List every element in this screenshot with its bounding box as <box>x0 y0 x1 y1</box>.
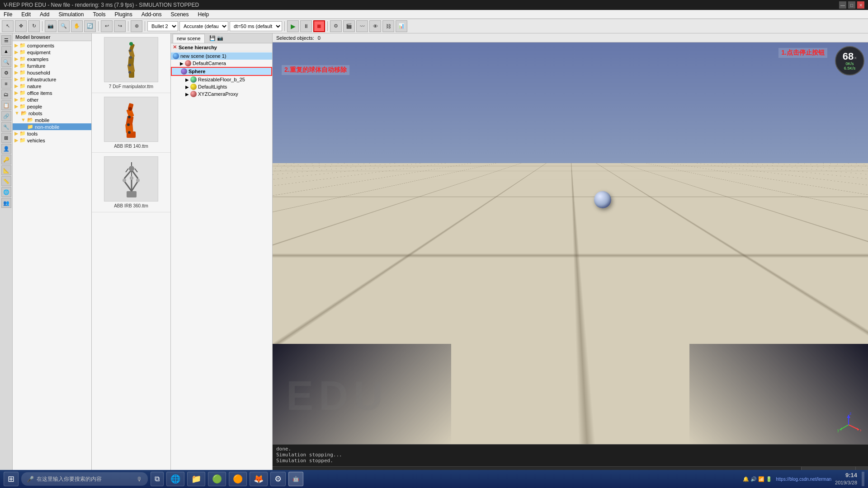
taskbar-clock: 9:14 2019/3/28 <box>835 472 857 486</box>
tray-icons: 🔔 🔊 📶 🔋 <box>743 476 772 482</box>
left-icon-7[interactable]: 📋 <box>1 100 11 110</box>
undo-button[interactable]: ↩ <box>101 20 113 32</box>
rotate-tool[interactable]: ↻ <box>28 20 40 32</box>
scene-item-default-camera[interactable]: ▶ DefaultCamera <box>171 60 272 67</box>
timestep-select[interactable]: dt=50 ms (default dt=10 ms dt=5 ms <box>230 21 282 31</box>
tree-item-nature[interactable]: ▶ 📁 nature <box>13 83 91 89</box>
menu-tools[interactable]: Tools <box>91 11 107 18</box>
taskbar-app-vrep[interactable]: 🤖 <box>288 472 303 486</box>
play-button[interactable]: ▶ <box>287 20 299 32</box>
taskbar-app-3[interactable]: ⚙ <box>270 472 286 486</box>
thumb-7dof[interactable]: 7 DoF manipulator.ttm <box>92 33 170 93</box>
tree-item-office-items[interactable]: ▶ 📁 office items <box>13 89 91 96</box>
close-scene-icon[interactable]: ✕ <box>173 44 177 50</box>
pan-tool[interactable]: ✋ <box>71 20 83 32</box>
tree-item-non-mobile[interactable]: 📁 non-mobile <box>13 123 91 130</box>
left-icon-6[interactable]: 🗂 <box>1 89 11 99</box>
menu-edit[interactable]: Edit <box>19 11 33 18</box>
tree-item-examples[interactable]: ▶ 📁 examples <box>13 56 91 62</box>
menu-addons[interactable]: Add-ons <box>140 11 164 18</box>
scene-item-floor[interactable]: ▶ ResizableFloor_b_25 <box>171 76 272 83</box>
redo-button[interactable]: ↪ <box>114 20 126 32</box>
sphere-label: Sphere <box>189 69 205 74</box>
tree-item-robots[interactable]: ▼ 📂 robots <box>13 110 91 117</box>
left-icon-4[interactable]: ⚙ <box>1 68 11 78</box>
left-icon-13[interactable]: 📐 <box>1 165 11 175</box>
thumb-abb140[interactable]: ABB IRB 140.ttm <box>92 93 170 153</box>
scene-item-lights[interactable]: ▶ DefaultLights <box>171 83 272 90</box>
menu-add[interactable]: Add <box>38 11 51 18</box>
vision-button[interactable]: 👁 <box>369 20 381 32</box>
thumb-abb360[interactable]: ABB IRB 360.ttm <box>92 153 170 212</box>
menu-file[interactable]: File <box>2 11 14 18</box>
close-button[interactable]: ✕ <box>857 1 864 9</box>
path-button[interactable]: 〰 <box>356 20 368 32</box>
scene-tab-icon-save[interactable]: 💾 <box>209 35 216 41</box>
physics-engine-select[interactable]: Bullet 2 ODE Vortex Newton <box>147 21 178 31</box>
menu-scenes[interactable]: Scenes <box>169 11 191 18</box>
3d-viewport[interactable]: EDU x y <box>273 42 868 444</box>
left-icon-11[interactable]: 👤 <box>1 144 11 154</box>
left-icon-3[interactable]: 🔍 <box>1 57 11 67</box>
scene-tab-icon-camera[interactable]: 📷 <box>217 35 223 41</box>
scene-tab-new-scene[interactable]: new scene <box>173 34 205 43</box>
zoom-tool[interactable]: 🔍 <box>58 20 70 32</box>
svg-point-17 <box>127 123 130 126</box>
left-icon-16[interactable]: 👥 <box>1 198 11 208</box>
tree-item-people[interactable]: ▶ 📁 people <box>13 103 91 110</box>
console-output: done. Simulation stopping... Simulation … <box>273 445 868 466</box>
task-view-button[interactable]: ⧉ <box>151 472 164 486</box>
start-button[interactable]: ⊞ <box>4 472 19 486</box>
tree-item-equipment[interactable]: ▶ 📁 equipment <box>13 49 91 56</box>
translate-tool[interactable]: ✥ <box>15 20 27 32</box>
tree-item-household[interactable]: ▶ 📁 household <box>13 69 91 76</box>
left-icon-10[interactable]: ⊞ <box>1 133 11 143</box>
scene-item-sphere[interactable]: Sphere <box>171 67 272 76</box>
fps-counter: 68 × 0K/s 6.5K/s <box>835 46 864 75</box>
left-icon-15[interactable]: 🌐 <box>1 187 11 197</box>
menu-help[interactable]: Help <box>196 11 211 18</box>
taskbar-app-2[interactable]: 🟠 <box>229 472 247 486</box>
left-icon-8[interactable]: 🔗 <box>1 111 11 121</box>
graph-button[interactable]: 📊 <box>396 20 407 32</box>
left-icon-9[interactable]: 🔧 <box>1 122 11 132</box>
tree-item-mobile[interactable]: ▼ 📂 mobile <box>13 117 91 123</box>
object-select-tool[interactable]: ↖ <box>2 20 14 32</box>
taskbar-search-bar[interactable]: 🎤 在这里输入你要搜索的内容 🎙 <box>21 472 148 486</box>
maximize-button[interactable]: □ <box>848 1 855 9</box>
pause-button[interactable]: ⏸ <box>300 20 312 32</box>
svg-point-15 <box>128 107 132 111</box>
scene-item-xyz-cam[interactable]: ▶ XYZCameraProxy <box>171 90 272 98</box>
left-icon-5[interactable]: ≡ <box>1 79 11 89</box>
menu-plugins[interactable]: Plugins <box>113 11 134 18</box>
target-tool[interactable]: ⊕ <box>131 20 142 32</box>
taskbar-app-1[interactable]: 🟢 <box>208 472 226 486</box>
taskbar-app-firefox[interactable]: 🦊 <box>250 472 268 486</box>
menu-simulation[interactable]: Simulation <box>57 11 85 18</box>
tree-item-components[interactable]: ▶ 📁 components <box>13 42 91 49</box>
folder-icon: 📁 <box>27 124 33 130</box>
tree-item-furniture[interactable]: ▶ 📁 furniture <box>13 62 91 69</box>
middle-area: 7 DoF manipulator.ttm <box>92 33 868 478</box>
render-button[interactable]: 🎬 <box>343 20 355 32</box>
scene-item-root[interactable]: new scene (scene 1) <box>171 52 272 60</box>
taskbar-app-edge[interactable]: 🌐 <box>166 472 184 486</box>
rotate-view-tool[interactable]: 🔄 <box>84 20 96 32</box>
taskbar-app-folder[interactable]: 📁 <box>187 472 205 486</box>
left-icon-1[interactable]: ☰ <box>1 35 11 45</box>
tree-item-vehicles[interactable]: ▶ 📁 vehicles <box>13 137 91 144</box>
settings-button[interactable]: ⚙ <box>330 20 342 32</box>
stop-button[interactable]: ⏹ <box>313 20 325 32</box>
left-icon-14[interactable]: 📏 <box>1 176 11 186</box>
ik-button[interactable]: ⛓ <box>382 20 394 32</box>
minimize-button[interactable]: — <box>839 1 846 9</box>
left-icon-12[interactable]: 🔑 <box>1 155 11 164</box>
tree-item-other[interactable]: ▶ 📁 other <box>13 96 91 103</box>
left-icon-2[interactable]: ▲ <box>1 46 11 56</box>
camera-tool[interactable]: 📷 <box>45 20 57 32</box>
tree-item-infrastructure[interactable]: ▶ 📁 infrastructure <box>13 76 91 83</box>
show-desktop-btn[interactable] <box>862 472 864 486</box>
tree-item-tools[interactable]: ▶ 📁 tools <box>13 130 91 137</box>
svg-point-25 <box>130 176 133 180</box>
solver-mode-select[interactable]: Accurate (defau Fast <box>179 21 228 31</box>
